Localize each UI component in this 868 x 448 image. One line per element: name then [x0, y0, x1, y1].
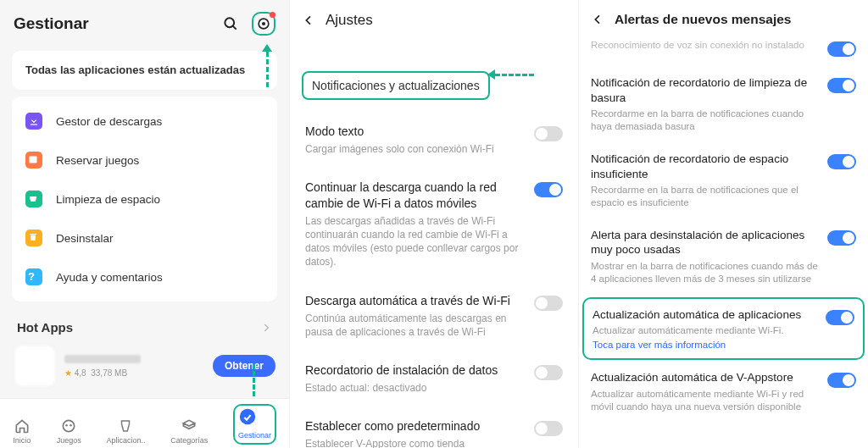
setting-row[interactable]: Establecer como predeterminadoEstablecer… — [305, 407, 563, 448]
manage-icon — [238, 407, 257, 426]
menu-item-calendar[interactable]: Reservar juegos — [12, 141, 277, 180]
setting-subtitle: Estado actual: desactivado — [305, 381, 524, 395]
menu-item-label: Reservar juegos — [56, 154, 139, 167]
svg-point-3 — [262, 22, 265, 25]
menu-item-trash[interactable]: Desinstalar — [12, 218, 277, 257]
manage-screen: Gestionar Todas las aplicaciones están a… — [0, 0, 289, 448]
get-button[interactable]: Obtener — [213, 355, 275, 377]
menu-item-label: Ayuda y comentarios — [56, 271, 163, 284]
setting-title: Recordatorio de instalación de datos — [305, 362, 524, 379]
nav-label: Aplicacion.. — [106, 436, 145, 445]
toggle-switch[interactable] — [827, 230, 856, 246]
svg-point-9 — [63, 420, 74, 431]
alert-title: Notificación de recordatorio de espacio … — [591, 152, 819, 181]
toggle-switch[interactable] — [826, 310, 854, 325]
help-icon: ? — [25, 268, 42, 285]
alert-row[interactable]: Alerta para desinstalación de aplicacion… — [591, 219, 856, 296]
download-icon — [25, 113, 42, 130]
app-name-redacted — [64, 355, 141, 363]
menu-item-label: Gestor de descargas — [56, 115, 162, 128]
menu-item-broom[interactable]: Limpieza de espacio — [12, 180, 277, 218]
alert-subtitle: Mostrar en la barra de notificaciones cu… — [591, 260, 819, 285]
svg-rect-4 — [31, 124, 37, 125]
nav-label: Juegos — [57, 436, 81, 445]
update-status-card[interactable]: Todas las aplicaciones están actualizada… — [12, 51, 277, 90]
page-title: Ajustes — [326, 12, 373, 29]
setting-row[interactable]: Modo textoCargar imágenes solo con conex… — [305, 112, 563, 168]
alert-title: Alerta para desinstalación de aplicacion… — [591, 228, 819, 257]
menu-item-download[interactable]: Gestor de descargas — [12, 102, 277, 141]
svg-line-1 — [233, 26, 236, 30]
toggle-switch[interactable] — [827, 154, 856, 169]
setting-title: Establecer como predeterminado — [305, 418, 524, 434]
alert-title: Actualización automática de aplicaciones — [593, 307, 817, 323]
hot-app-item[interactable]: ★ 4,8 33,78 MB Obtener — [0, 341, 289, 387]
tools-menu: Gestor de descargasReservar juegosLimpie… — [12, 97, 277, 301]
back-icon[interactable] — [302, 14, 315, 27]
svg-rect-7 — [30, 234, 36, 235]
tutorial-arrow-left — [487, 69, 534, 80]
setting-title: Descarga automática a través de Wi-Fi — [305, 293, 524, 309]
nav-label: Gestionar — [238, 431, 271, 440]
alert-row[interactable]: Actualización automática de V-AppstoreAc… — [591, 362, 856, 423]
chevron-right-icon[interactable] — [260, 322, 272, 334]
home-icon — [13, 417, 31, 435]
toggle-switch[interactable] — [534, 365, 563, 380]
menu-item-label: Desinstalar — [56, 232, 114, 245]
toggle-switch[interactable] — [534, 126, 563, 141]
svg-rect-6 — [30, 157, 37, 159]
alert-row[interactable]: Reconocimiento de voz sin conexión no in… — [591, 39, 856, 67]
setting-subtitle: Cargar imágenes solo con conexión Wi-Fi — [305, 142, 524, 156]
setting-row[interactable]: Descarga automática a través de Wi-FiCon… — [305, 281, 563, 351]
setting-row[interactable]: Recordatorio de instalación de datosEsta… — [305, 351, 563, 407]
alerts-screen: Alertas de nuevos mensajes Reconocimient… — [578, 0, 868, 448]
alert-subtitle: Actualizar automáticamente mediante Wi-F… — [593, 324, 817, 337]
back-icon[interactable] — [591, 13, 604, 26]
toggle-switch[interactable] — [827, 41, 856, 57]
setting-subtitle: Las descargas añadidas a través de Wi-Fi… — [305, 214, 524, 269]
toggle-switch[interactable] — [534, 421, 563, 436]
menu-item-help[interactable]: ?Ayuda y comentarios — [12, 257, 277, 296]
svg-point-10 — [65, 424, 68, 427]
notifications-section-link[interactable]: Notificaciones y actualizaciones — [302, 71, 490, 100]
svg-point-12 — [240, 409, 255, 424]
cats-icon — [180, 417, 198, 435]
toggle-switch[interactable] — [827, 373, 856, 388]
page-title: Alertas de nuevos mensajes — [615, 12, 792, 27]
trash-icon — [25, 230, 42, 246]
hot-apps-title: Hot Apps — [17, 320, 73, 335]
nav-label: Categorías — [170, 436, 208, 445]
setting-subtitle: Establecer V-Appstore como tienda predet… — [305, 437, 524, 448]
section-link-label: Notificaciones y actualizaciones — [312, 79, 480, 92]
nav-games[interactable]: Juegos — [57, 417, 81, 445]
alert-subtitle: Actualizar automáticamente mediante Wi-F… — [591, 388, 819, 413]
auto-update-apps-row[interactable]: Actualización automática de aplicaciones… — [582, 297, 865, 360]
nav-manage[interactable]: Gestionar — [233, 404, 276, 445]
nav-home[interactable]: Inicio — [13, 417, 31, 445]
toggle-switch[interactable] — [534, 182, 563, 197]
menu-item-label: Limpieza de espacio — [56, 193, 160, 206]
nav-label: Inicio — [13, 436, 31, 445]
broom-icon — [25, 191, 42, 207]
alert-title: Actualización automática de V-Appstore — [591, 370, 819, 385]
settings-icon[interactable] — [252, 12, 275, 36]
setting-title: Continuar la descarga cuando la red camb… — [305, 180, 524, 212]
nav-cats[interactable]: Categorías — [170, 417, 208, 445]
settings-screen: Ajustes Notificaciones y actualizaciones… — [289, 0, 578, 448]
alert-subtitle: Reconocimiento de voz sin conexión no in… — [591, 39, 819, 52]
toggle-switch[interactable] — [827, 78, 856, 93]
alert-subtitle: Recordarme en la barra de notificaciones… — [591, 184, 819, 209]
toggle-switch[interactable] — [534, 296, 563, 311]
alert-row[interactable]: Notificación de recordatorio de espacio … — [591, 143, 856, 219]
alert-subtitle: Recordarme en la barra de notificaciones… — [591, 108, 819, 133]
bottom-nav: InicioJuegosAplicacion..CategoríasGestio… — [0, 398, 289, 448]
more-info-link[interactable]: Toca para ver más información — [593, 340, 817, 350]
setting-title: Modo texto — [305, 124, 524, 140]
alert-title: Notificación de recordatorio de limpieza… — [591, 75, 819, 105]
search-icon[interactable] — [221, 14, 240, 33]
app-thumbnail — [14, 345, 56, 387]
setting-row[interactable]: Continuar la descarga cuando la red camb… — [305, 168, 563, 281]
games-icon — [59, 417, 78, 435]
alert-row[interactable]: Notificación de recordatorio de limpieza… — [591, 67, 856, 143]
nav-apps[interactable]: Aplicacion.. — [106, 417, 145, 445]
